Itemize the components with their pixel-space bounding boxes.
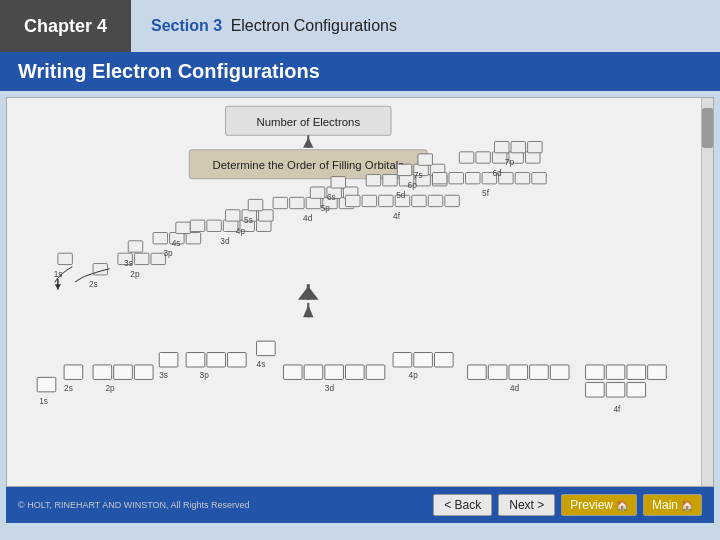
svg-rect-110	[434, 353, 453, 367]
svg-rect-86	[37, 377, 56, 391]
svg-rect-97	[207, 353, 226, 367]
svg-rect-102	[283, 365, 302, 379]
svg-text:3d: 3d	[325, 384, 335, 393]
svg-rect-60	[397, 164, 411, 175]
svg-marker-128	[303, 305, 313, 317]
svg-rect-23	[207, 220, 221, 231]
svg-text:2p: 2p	[105, 384, 115, 393]
svg-text:1s: 1s	[54, 270, 63, 279]
svg-rect-11	[134, 253, 148, 264]
svg-rect-25	[240, 220, 254, 231]
svg-rect-109	[414, 353, 433, 367]
svg-rect-56	[399, 175, 413, 186]
svg-text:6p: 6p	[408, 181, 418, 190]
svg-rect-118	[586, 365, 605, 379]
svg-text:4d: 4d	[303, 214, 313, 223]
svg-rect-124	[627, 383, 646, 397]
svg-rect-115	[530, 365, 549, 379]
main-content: Number of Electrons Determine the Order …	[6, 97, 714, 487]
svg-rect-20	[176, 222, 190, 233]
svg-rect-100	[257, 341, 276, 355]
svg-rect-0	[225, 106, 391, 135]
svg-rect-76	[492, 152, 506, 163]
svg-rect-92	[134, 365, 153, 379]
svg-rect-72	[532, 172, 546, 183]
svg-rect-44	[331, 177, 345, 188]
svg-rect-116	[550, 365, 569, 379]
next-button[interactable]: Next >	[498, 494, 555, 516]
svg-text:4p: 4p	[409, 371, 419, 380]
back-button[interactable]: < Back	[433, 494, 492, 516]
svg-rect-46	[346, 195, 360, 206]
svg-text:7p: 7p	[505, 158, 515, 167]
svg-text:7s: 7s	[414, 171, 423, 180]
svg-rect-91	[114, 365, 133, 379]
svg-rect-38	[339, 197, 353, 208]
svg-rect-123	[606, 383, 625, 397]
svg-text:2s: 2s	[89, 280, 98, 289]
svg-rect-70	[499, 172, 513, 183]
svg-text:5p: 5p	[321, 204, 331, 213]
svg-rect-29	[242, 210, 256, 221]
svg-rect-32	[248, 199, 262, 210]
bottom-bar: © HOLT, RINEHART AND WINSTON, All Rights…	[6, 487, 714, 523]
svg-rect-77	[509, 152, 523, 163]
svg-rect-113	[488, 365, 507, 379]
svg-rect-54	[366, 175, 380, 186]
svg-rect-106	[366, 365, 385, 379]
svg-rect-17	[170, 233, 184, 244]
svg-rect-42	[343, 187, 357, 198]
svg-rect-90	[93, 365, 112, 379]
svg-rect-62	[430, 164, 444, 175]
svg-rect-24	[223, 220, 237, 231]
svg-rect-88	[64, 365, 83, 379]
svg-rect-58	[432, 175, 446, 186]
svg-rect-103	[304, 365, 323, 379]
svg-text:5s: 5s	[244, 216, 253, 225]
diagram-svg: Number of Electrons Determine the Order …	[7, 98, 713, 486]
svg-rect-52	[445, 195, 459, 206]
svg-rect-74	[459, 152, 473, 163]
svg-rect-55	[383, 175, 397, 186]
svg-rect-105	[346, 365, 365, 379]
svg-rect-14	[128, 241, 142, 252]
svg-text:Number of Electrons: Number of Electrons	[256, 116, 360, 128]
svg-rect-34	[273, 197, 287, 208]
svg-rect-94	[159, 353, 178, 367]
scroll-thumb[interactable]	[702, 108, 713, 148]
svg-rect-30	[259, 210, 273, 221]
main-button[interactable]: Main 🏠	[643, 494, 702, 516]
svg-text:6d: 6d	[492, 169, 502, 178]
svg-text:3p: 3p	[163, 249, 173, 258]
copyright: © HOLT, RINEHART AND WINSTON, All Rights…	[18, 500, 250, 510]
svg-text:4d: 4d	[510, 384, 520, 393]
svg-rect-10	[118, 253, 132, 264]
svg-rect-22	[190, 220, 204, 231]
svg-rect-69	[482, 172, 496, 183]
svg-rect-6	[58, 253, 72, 264]
svg-text:6s: 6s	[327, 193, 336, 202]
svg-rect-37	[323, 197, 337, 208]
scrollbar[interactable]	[701, 98, 713, 486]
svg-rect-112	[468, 365, 487, 379]
svg-rect-26	[257, 220, 271, 231]
svg-rect-75	[476, 152, 490, 163]
svg-rect-4	[189, 150, 427, 179]
svg-text:4p: 4p	[236, 227, 246, 236]
svg-rect-35	[290, 197, 304, 208]
svg-text:3s: 3s	[159, 371, 168, 380]
svg-rect-61	[414, 164, 428, 175]
svg-rect-40	[310, 187, 324, 198]
svg-rect-64	[418, 154, 432, 165]
svg-rect-36	[306, 197, 320, 208]
svg-rect-28	[225, 210, 239, 221]
svg-text:Determine the Order of Filling: Determine the Order of Filling Orbitals	[212, 159, 404, 171]
svg-rect-121	[648, 365, 667, 379]
preview-button[interactable]: Preview 🏠	[561, 494, 637, 516]
svg-rect-51	[428, 195, 442, 206]
svg-rect-80	[495, 141, 509, 152]
svg-marker-84	[298, 286, 319, 299]
svg-text:4s: 4s	[172, 239, 181, 248]
svg-rect-57	[416, 175, 430, 186]
page-title: Writing Electron Configurations	[0, 52, 720, 91]
